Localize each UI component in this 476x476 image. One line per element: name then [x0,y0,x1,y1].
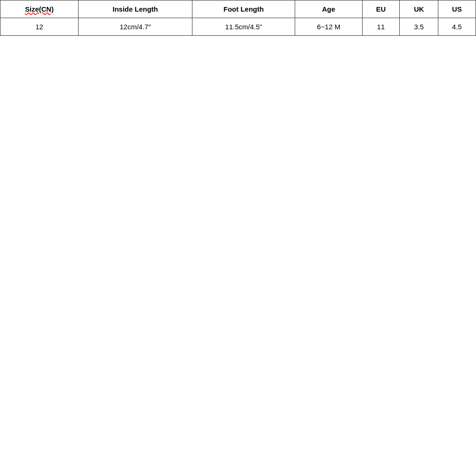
header-eu: EU [362,0,400,18]
table-header-row: Size(CN) Inside Length Foot Length Age E… [0,0,476,18]
table-row: 12 12cm/4.7" 11.5cm/4.5" 6~12 M 11 3.5 4… [0,18,476,36]
header-us: US [438,0,476,18]
cell-age: 6~12 M [295,18,362,36]
cell-eu: 11 [362,18,400,36]
cell-uk: 3.5 [400,18,438,36]
header-foot-length: Foot Length [192,0,295,18]
header-size-cn: Size(CN) [0,0,79,18]
header-uk: UK [400,0,438,18]
header-inside-length: Inside Length [79,0,192,18]
size-chart-container: Size(CN) Inside Length Foot Length Age E… [0,0,476,36]
size-chart-table: Size(CN) Inside Length Foot Length Age E… [0,0,476,36]
cell-foot-length: 11.5cm/4.5" [192,18,295,36]
header-age: Age [295,0,362,18]
cell-us: 4.5 [438,18,476,36]
cell-inside-length: 12cm/4.7" [79,18,192,36]
cell-size-cn: 12 [0,18,79,36]
